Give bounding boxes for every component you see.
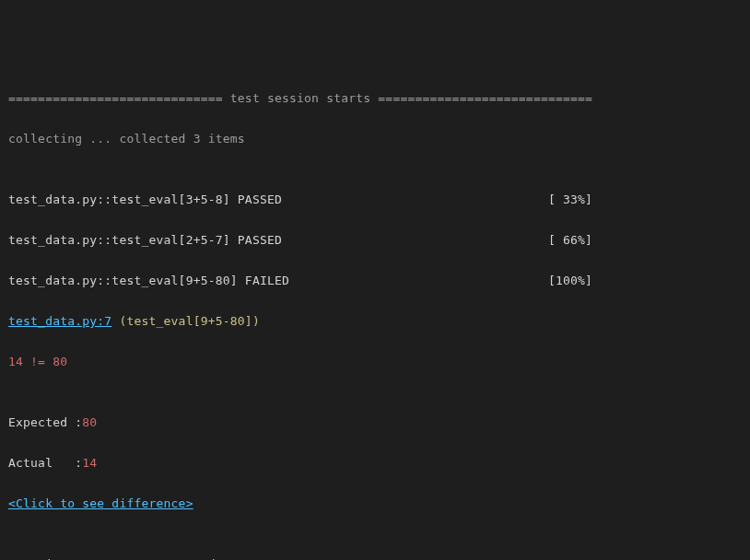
actual-line: Actual :14: [8, 453, 742, 473]
failure-test-name: (test_eval[9+5-80]): [111, 314, 260, 328]
test-result-row: test_data.py::test_eval[9+5-80] FAILED […: [8, 271, 742, 291]
expected-label: Expected :: [8, 415, 82, 429]
actual-label: Actual :: [8, 456, 82, 470]
failure-location: test_data.py:7 (test_eval[9+5-80]): [8, 311, 742, 332]
params-line: test_input = '9+5', expected = 80: [8, 554, 742, 560]
collecting-line: collecting ... collected 3 items: [8, 129, 742, 149]
expected-value: 80: [82, 415, 97, 429]
test-result-row: test_data.py::test_eval[2+5-7] PASSED [ …: [8, 230, 742, 251]
assertion-message: 14 != 80: [8, 352, 742, 372]
expected-line: Expected :80: [8, 413, 742, 433]
file-location-link[interactable]: test_data.py:7: [8, 314, 111, 328]
actual-value: 14: [82, 456, 97, 470]
session-header: ============================= test sessi…: [8, 88, 742, 109]
test-result-row: test_data.py::test_eval[3+5-8] PASSED [ …: [8, 190, 742, 210]
see-difference-link[interactable]: <Click to see difference>: [8, 496, 193, 510]
